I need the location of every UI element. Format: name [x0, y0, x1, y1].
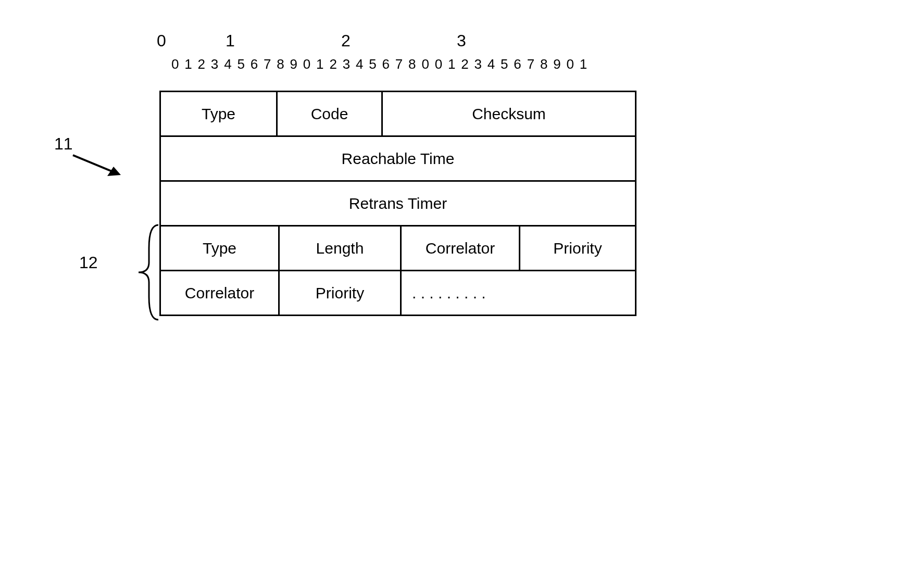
ruler-major-3: 3: [404, 31, 519, 51]
ruler-major-2: 2: [288, 31, 404, 51]
arrow-icon: [71, 151, 128, 180]
bit-ruler-minor: 0 1 2 3 4 5 6 7 8 9 0 1 2 3 4 5 6 7 8 0 …: [171, 56, 588, 72]
brace-icon: [135, 224, 161, 321]
field-opt-priority: Priority: [520, 227, 635, 270]
callout-11: 11: [54, 134, 73, 154]
field-opt-length: Length: [280, 227, 402, 270]
packet-structure: Type Code Checksum Reachable Time Retran…: [159, 91, 636, 316]
callout-12: 12: [79, 253, 98, 272]
field-opt-type: Type: [161, 227, 280, 270]
option-row-1: Type Length Correlator Priority: [161, 227, 635, 271]
ruler-major-0: 0: [157, 31, 172, 51]
header-row-3: Retrans Timer: [161, 182, 635, 227]
field-opt-correlator-2: Correlator: [161, 271, 280, 315]
svg-line-0: [73, 155, 116, 173]
field-retrans-timer: Retrans Timer: [161, 182, 635, 225]
field-opt-priority-2: Priority: [280, 271, 402, 315]
field-code: Code: [278, 92, 383, 135]
field-opt-correlator: Correlator: [402, 227, 520, 270]
field-ellipsis: . . . . . . . . .: [402, 271, 520, 315]
bit-ruler-major: 0123: [157, 31, 519, 51]
field-checksum: Checksum: [383, 92, 635, 135]
header-row-1: Type Code Checksum: [161, 92, 635, 137]
header-row-2: Reachable Time: [161, 137, 635, 182]
field-reachable-time: Reachable Time: [161, 137, 635, 180]
ruler-major-1: 1: [172, 31, 288, 51]
empty-cell: [520, 271, 635, 315]
option-row-2: Correlator Priority . . . . . . . . .: [161, 271, 635, 316]
field-type: Type: [161, 92, 278, 135]
